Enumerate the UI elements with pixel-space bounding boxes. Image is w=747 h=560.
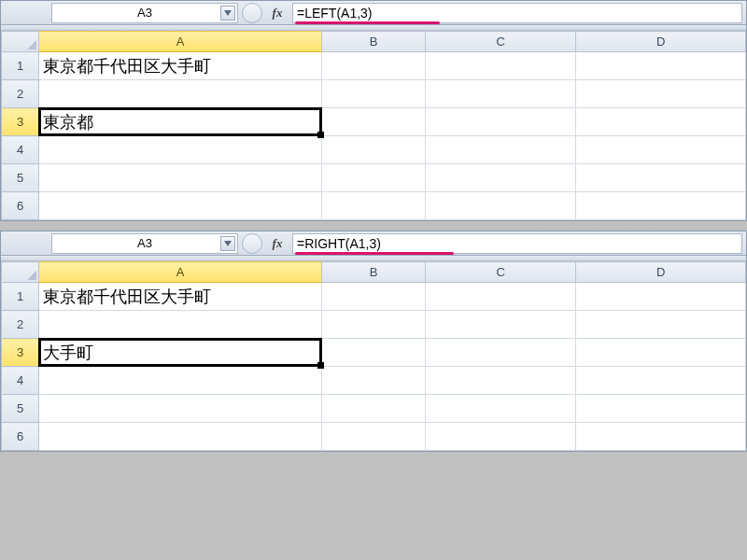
table-row: 2 <box>2 311 746 339</box>
cell[interactable] <box>322 52 426 80</box>
cell[interactable] <box>39 192 322 220</box>
cell[interactable]: 東京都千代田区大手町 <box>39 283 322 311</box>
cell[interactable] <box>322 339 426 367</box>
row-header[interactable]: 5 <box>2 164 39 192</box>
cell[interactable]: 大手町 <box>39 339 322 367</box>
column-header[interactable]: B <box>322 32 426 52</box>
fill-handle[interactable] <box>317 132 324 138</box>
cell[interactable] <box>576 80 746 108</box>
cell[interactable] <box>39 395 322 423</box>
selected-cell[interactable]: 東京都 <box>39 108 321 135</box>
svg-marker-2 <box>224 241 232 246</box>
cells-table: ABCD1東京都千代田区大手町23東京都456 <box>1 31 746 220</box>
cell[interactable] <box>39 164 322 192</box>
cancel-button[interactable] <box>242 233 262 254</box>
cell[interactable] <box>576 164 746 192</box>
cell[interactable] <box>322 423 426 451</box>
column-header[interactable]: A <box>39 32 322 52</box>
column-header[interactable]: A <box>39 262 322 283</box>
cell[interactable] <box>425 108 575 136</box>
formula-input[interactable]: =RIGHT(A1,3) <box>292 233 742 254</box>
cell[interactable] <box>322 80 426 108</box>
cell[interactable] <box>425 311 575 339</box>
cell[interactable] <box>576 311 746 339</box>
row-header[interactable]: 4 <box>2 136 39 164</box>
table-row: 3東京都 <box>2 108 746 136</box>
cell[interactable] <box>322 395 426 423</box>
row-header[interactable]: 4 <box>2 367 39 395</box>
cell[interactable] <box>576 283 746 311</box>
table-row: 2 <box>2 80 746 108</box>
column-header[interactable]: C <box>425 262 575 283</box>
cell[interactable] <box>425 283 575 311</box>
cell[interactable]: 東京都千代田区大手町 <box>39 52 322 80</box>
cell[interactable] <box>322 164 426 192</box>
cell[interactable]: 東京都 <box>39 108 322 136</box>
row-header[interactable]: 1 <box>2 283 39 311</box>
row-header[interactable]: 3 <box>2 108 39 136</box>
fill-handle[interactable] <box>317 362 324 369</box>
formula-underline <box>295 252 454 255</box>
row-header[interactable]: 6 <box>2 423 39 451</box>
cell-value: 東京都千代田区大手町 <box>43 287 211 306</box>
cell[interactable] <box>39 80 322 108</box>
name-box[interactable]: A3 <box>51 3 238 23</box>
cell[interactable] <box>425 136 575 164</box>
cell[interactable] <box>425 423 575 451</box>
cell-value: 大手町 <box>43 342 93 364</box>
cell[interactable] <box>322 311 426 339</box>
name-box[interactable]: A3 <box>51 233 238 254</box>
cell[interactable] <box>576 136 746 164</box>
cell[interactable] <box>576 192 746 220</box>
cell[interactable] <box>425 367 575 395</box>
cell[interactable] <box>425 80 575 108</box>
cell[interactable] <box>322 367 426 395</box>
cell[interactable] <box>425 52 575 80</box>
row-header[interactable]: 2 <box>2 311 39 339</box>
cell[interactable] <box>576 52 746 80</box>
cell[interactable] <box>425 164 575 192</box>
cell[interactable] <box>39 367 322 395</box>
column-header[interactable]: D <box>576 32 746 52</box>
select-all-corner[interactable] <box>2 32 39 52</box>
name-box-dropdown-icon[interactable] <box>220 236 235 251</box>
row-header[interactable]: 6 <box>2 192 39 220</box>
cell[interactable] <box>425 192 575 220</box>
cell[interactable] <box>425 339 575 367</box>
fx-icon[interactable]: fx <box>266 6 289 21</box>
fx-icon[interactable]: fx <box>266 236 289 251</box>
cell[interactable] <box>425 395 575 423</box>
table-row: 6 <box>2 192 746 220</box>
cell[interactable] <box>39 136 322 164</box>
cell[interactable] <box>322 108 426 136</box>
cells-table: ABCD1東京都千代田区大手町23大手町456 <box>1 261 746 451</box>
column-header[interactable]: D <box>576 262 746 283</box>
cell[interactable] <box>39 423 322 451</box>
column-header[interactable]: C <box>425 32 575 52</box>
row-header[interactable]: 1 <box>2 52 39 80</box>
formula-input[interactable]: =LEFT(A1,3) <box>292 3 742 23</box>
cell[interactable] <box>39 311 322 339</box>
cell[interactable] <box>322 136 426 164</box>
row-header[interactable]: 5 <box>2 395 39 423</box>
cancel-button[interactable] <box>242 3 262 23</box>
formula-bar: A3fx=RIGHT(A1,3) <box>1 231 746 256</box>
table-row: 3大手町 <box>2 339 746 367</box>
formula-bar: A3fx=LEFT(A1,3) <box>1 1 746 25</box>
name-box-value: A3 <box>137 6 152 20</box>
cell[interactable] <box>576 423 746 451</box>
selected-cell[interactable]: 大手町 <box>39 339 321 366</box>
cell[interactable] <box>576 395 746 423</box>
cell[interactable] <box>576 339 746 367</box>
row-header[interactable]: 3 <box>2 339 39 367</box>
cell[interactable] <box>322 283 426 311</box>
row-header[interactable]: 2 <box>2 80 39 108</box>
cell-value: 東京都 <box>43 111 93 133</box>
cell[interactable] <box>576 108 746 136</box>
cell[interactable] <box>576 367 746 395</box>
column-header[interactable]: B <box>322 262 426 283</box>
cell[interactable] <box>322 192 426 220</box>
cell-value: 東京都千代田区大手町 <box>43 57 211 76</box>
select-all-corner[interactable] <box>2 262 39 283</box>
name-box-dropdown-icon[interactable] <box>220 6 235 21</box>
